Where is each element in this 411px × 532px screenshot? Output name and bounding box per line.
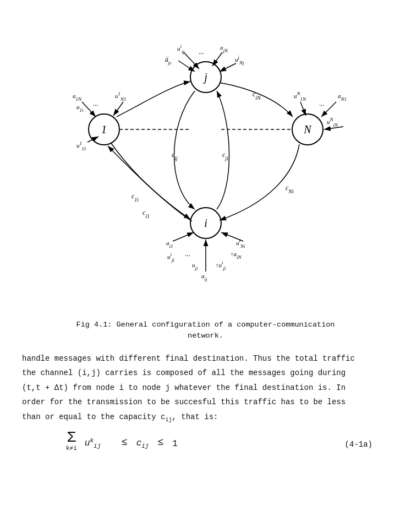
svg-text:uji: uji: [192, 262, 198, 271]
body-text: handle messages with different final des…: [22, 352, 389, 452]
svg-text:cij: cij: [172, 151, 178, 161]
fig-label: Fig 4.1:: [76, 321, 112, 329]
svg-text:cji: cji: [222, 151, 228, 161]
page: { "diagram": { "title": "Network diagram…: [0, 0, 411, 532]
figure-caption: Fig 4.1: General configuration of a comp…: [22, 319, 389, 342]
svg-text:aij: aij: [201, 273, 207, 282]
fig-text2: network.: [188, 332, 223, 340]
fig-text1: General configuration of a computer-comm…: [116, 321, 335, 329]
svg-text:i: i: [204, 217, 207, 229]
svg-text:N: N: [303, 123, 312, 135]
equation-number: (4-1a): [345, 438, 389, 452]
svg-line-38: [300, 102, 306, 116]
svg-text:...: ...: [93, 99, 98, 107]
svg-text:uNiN: uNiN: [327, 117, 338, 128]
svg-text:u111: u111: [76, 140, 86, 151]
svg-text:uiij: uiij: [177, 44, 185, 55]
svg-text:uiNi: uiNi: [236, 238, 245, 249]
summation-symbol: Σ k≠i: [66, 430, 77, 452]
text-line-4: order for the transmission to be succesf…: [22, 395, 389, 409]
svg-line-43: [173, 232, 194, 241]
capacity-var: cij: [136, 436, 149, 452]
svg-line-22: [212, 52, 222, 66]
svg-text:...: ...: [319, 99, 325, 107]
svg-text:↑uiji: ↑uiji: [216, 260, 226, 271]
svg-text:ciN: ciN: [253, 90, 261, 101]
text-line-3: (t,t + Δt) from node i to node j whateve…: [22, 381, 389, 395]
svg-text:ajN: ajN: [220, 44, 228, 53]
network-diagram: text { font-family: 'Times New Roman', s…: [46, 17, 365, 314]
svg-line-25: [220, 63, 236, 72]
svg-text:a1i: a1i: [76, 104, 84, 113]
svg-text:u1N1: u1N1: [115, 91, 127, 102]
svg-line-18: [184, 52, 199, 69]
svg-text:c1i: c1i: [131, 192, 139, 203]
svg-text:a1N: a1N: [73, 93, 82, 102]
svg-text:ci1: ci1: [143, 209, 150, 219]
svg-line-52: [221, 232, 243, 241]
svg-text:1: 1: [101, 123, 107, 135]
one-value: 1: [172, 436, 178, 452]
text-line-5: than or equal to the capacity cij, that …: [22, 410, 389, 425]
svg-text:aN1: aN1: [338, 93, 347, 102]
svg-text:a̅jc: a̅jc: [165, 56, 172, 66]
svg-line-20: [178, 61, 195, 72]
svg-text:↑aiN: ↑aiN: [231, 251, 242, 260]
text-line-2: the channel (i,j) carries is composed of…: [22, 366, 389, 380]
formula-variable: ukij: [85, 436, 101, 452]
svg-text:uN1N: uN1N: [294, 91, 306, 102]
svg-text:...: ...: [185, 249, 190, 258]
text-line-1: handle messages with different final des…: [22, 352, 389, 366]
formula-row: Σ k≠i ukij ≤ cij ≤ 1 (4-1a): [22, 430, 389, 452]
svg-text:ujNj: ujNj: [235, 55, 244, 66]
svg-text:cNi: cNi: [286, 184, 294, 194]
svg-text:uiji: uiji: [167, 252, 175, 263]
leq1-symbol: ≤: [109, 434, 127, 452]
diagram-container: text { font-family: 'Times New Roman', s…: [22, 17, 389, 314]
svg-line-31: [113, 102, 123, 116]
svg-text:ai1: ai1: [166, 240, 173, 249]
svg-text:...: ...: [199, 47, 204, 56]
leq2-symbol: ≤: [157, 434, 163, 452]
